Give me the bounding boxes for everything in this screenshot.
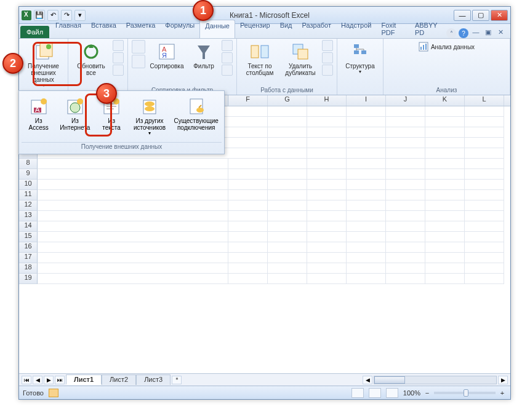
cell[interactable] — [268, 159, 307, 169]
cell[interactable] — [425, 180, 465, 190]
cell[interactable] — [268, 253, 307, 263]
cell[interactable] — [465, 263, 504, 274]
cell[interactable] — [347, 127, 386, 138]
cell[interactable] — [307, 169, 347, 180]
cell[interactable] — [465, 180, 504, 190]
horizontal-scrollbar[interactable] — [374, 376, 497, 384]
tab-вставка[interactable]: Вставка — [86, 20, 121, 38]
cell[interactable] — [347, 232, 386, 242]
cell[interactable] — [347, 159, 386, 169]
cell[interactable] — [425, 190, 465, 200]
properties-btn[interactable] — [113, 52, 124, 63]
row-header[interactable]: 15 — [19, 232, 38, 242]
cell[interactable] — [268, 200, 307, 211]
cell[interactable] — [307, 127, 347, 138]
cell[interactable] — [307, 148, 347, 159]
cell[interactable] — [425, 106, 465, 117]
cell[interactable] — [268, 274, 307, 284]
cell[interactable] — [228, 232, 268, 242]
help-icon[interactable]: ? — [459, 28, 468, 38]
cell[interactable] — [347, 221, 386, 232]
consolidate-btn[interactable] — [322, 52, 333, 63]
row-header[interactable]: 18 — [19, 263, 38, 274]
cell[interactable] — [307, 117, 347, 127]
cell[interactable] — [307, 180, 347, 190]
cell[interactable] — [465, 138, 504, 148]
column-header-H[interactable]: H — [307, 95, 347, 106]
text-to-columns-button[interactable]: Текст по столбцам — [241, 40, 279, 78]
cell[interactable] — [386, 211, 425, 221]
cell[interactable] — [307, 106, 347, 117]
advanced-filter-btn[interactable] — [222, 65, 233, 76]
cell[interactable] — [425, 117, 465, 127]
cell[interactable] — [386, 263, 425, 274]
cell[interactable] — [347, 211, 386, 221]
cell[interactable] — [268, 232, 307, 242]
cell[interactable] — [347, 200, 386, 211]
cell[interactable] — [268, 169, 307, 180]
sort-desc-button[interactable] — [132, 55, 145, 68]
cell[interactable] — [347, 180, 386, 190]
cell[interactable] — [347, 274, 386, 284]
macro-record-icon[interactable] — [49, 389, 58, 397]
sheet-tab-Лист1[interactable]: Лист1 — [66, 374, 102, 385]
cell[interactable] — [386, 242, 425, 253]
doc-close-icon[interactable]: ✕ — [496, 28, 505, 38]
cell[interactable] — [465, 253, 504, 263]
from-access-button[interactable]: AИз Access — [22, 93, 55, 140]
cell[interactable] — [347, 148, 386, 159]
cell[interactable] — [425, 169, 465, 180]
whatif-btn[interactable] — [322, 65, 333, 76]
cell[interactable] — [268, 190, 307, 200]
row-header[interactable]: 11 — [19, 190, 38, 200]
cell[interactable] — [425, 232, 465, 242]
new-sheet-button[interactable]: ＊ — [172, 376, 182, 384]
hscroll-left[interactable]: ◀ — [363, 376, 372, 384]
cell[interactable] — [228, 263, 268, 274]
cell[interactable] — [268, 127, 307, 138]
cell[interactable] — [425, 159, 465, 169]
column-header-G[interactable]: G — [268, 95, 307, 106]
row-header[interactable]: 8 — [19, 159, 38, 169]
qat-redo[interactable]: ↷ — [61, 10, 72, 21]
edit-links-btn[interactable] — [113, 65, 124, 76]
cell[interactable] — [386, 221, 425, 232]
cell[interactable] — [465, 190, 504, 200]
sheet-nav-last[interactable]: ⏭ — [55, 376, 65, 384]
cell[interactable] — [307, 232, 347, 242]
cell[interactable] — [465, 117, 504, 127]
tab-надстрой[interactable]: Надстрой — [336, 20, 376, 38]
cell[interactable] — [307, 159, 347, 169]
tab-вид[interactable]: Вид — [275, 20, 297, 38]
cell[interactable] — [307, 200, 347, 211]
structure-button[interactable]: Структура ▾ — [341, 40, 379, 77]
cell[interactable] — [228, 253, 268, 263]
minimize-button[interactable]: — — [454, 10, 471, 21]
cell[interactable] — [347, 242, 386, 253]
from-other-button[interactable]: Из других источников▾ — [131, 93, 169, 140]
view-normal-button[interactable] — [351, 388, 364, 398]
cell[interactable] — [386, 127, 425, 138]
cell[interactable] — [465, 211, 504, 221]
column-header-K[interactable]: K — [425, 95, 465, 106]
filter-button[interactable]: Фильтр — [188, 40, 219, 71]
cell[interactable] — [268, 117, 307, 127]
close-button[interactable]: ✕ — [491, 10, 508, 21]
cell[interactable] — [465, 242, 504, 253]
data-analysis-button[interactable]: Анализ данных — [414, 40, 479, 53]
tab-формулы[interactable]: Формулы — [160, 20, 199, 38]
cell[interactable] — [307, 263, 347, 274]
cell[interactable] — [347, 263, 386, 274]
cell[interactable] — [386, 274, 425, 284]
connections-btn[interactable] — [113, 40, 124, 51]
view-pagebreak-button[interactable] — [386, 388, 398, 398]
clear-filter-btn[interactable] — [222, 40, 233, 51]
cell[interactable] — [386, 106, 425, 117]
hscroll-right[interactable]: ▶ — [498, 376, 508, 384]
cell[interactable] — [228, 180, 268, 190]
cell[interactable] — [347, 106, 386, 117]
cell[interactable] — [347, 117, 386, 127]
cell[interactable] — [347, 190, 386, 200]
cell[interactable] — [268, 263, 307, 274]
reapply-btn[interactable] — [222, 52, 233, 63]
